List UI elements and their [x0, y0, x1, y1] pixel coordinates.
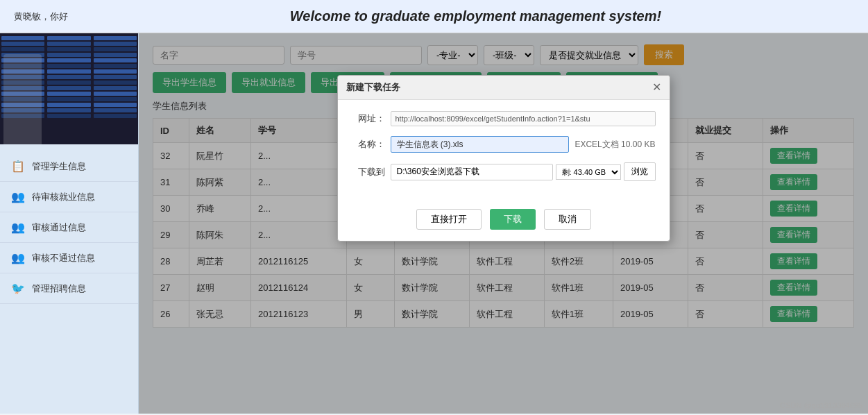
users-approved-icon: 👥	[11, 221, 25, 234]
sidebar-item-label: 待审核就业信息	[32, 191, 95, 203]
sidebar-item-label: 管理招聘信息	[32, 282, 86, 295]
sidebar-item-label: 审核通过信息	[32, 221, 86, 234]
sidebar-item-approved-employment[interactable]: 👥 审核通过信息	[0, 212, 138, 243]
modal-open-button[interactable]: 直接打开	[416, 209, 482, 230]
server-rack-image	[0, 33, 138, 144]
modal-footer: 直接打开 下载 取消	[338, 202, 670, 241]
sidebar-nav: 📋 管理学生信息 👥 待审核就业信息 👥 审核通过信息 👥 审核不通过信息 🐦 …	[0, 144, 138, 311]
modal-body: 网址： http://localhost:8099/excel/getStude…	[338, 100, 670, 202]
users-rejected-icon: 👥	[11, 251, 25, 264]
modal-path-input[interactable]	[391, 164, 553, 180]
clipboard-icon: 📋	[11, 160, 25, 173]
header-title: Welcome to graduate employment managemen…	[97, 8, 854, 24]
modal-cancel-button[interactable]: 取消	[544, 209, 591, 230]
modal-download-button[interactable]: 下载	[490, 209, 536, 230]
sidebar-item-rejected-employment[interactable]: 👥 审核不通过信息	[0, 243, 138, 273]
sidebar-item-pending-employment[interactable]: 👥 待审核就业信息	[0, 182, 138, 212]
users-icon: 👥	[11, 190, 25, 203]
modal-url-display: http://localhost:8099/excel/getStudentIn…	[391, 111, 656, 126]
modal-path-row: 下载到 剩: 43.40 GB 浏览	[352, 162, 656, 181]
bird-icon: 🐦	[11, 282, 25, 295]
sidebar-item-manage-students[interactable]: 📋 管理学生信息	[0, 151, 138, 182]
header-greeting: 黄晓敏，你好	[14, 10, 97, 23]
header: 黄晓敏，你好 Welcome to graduate employment ma…	[0, 0, 868, 33]
modal-browse-button[interactable]: 浏览	[624, 162, 656, 181]
sidebar-image	[0, 33, 138, 144]
modal-path-container: 剩: 43.40 GB 浏览	[391, 162, 656, 181]
modal-header: 新建下载任务 ✕	[338, 76, 670, 100]
sidebar-item-label: 管理学生信息	[32, 160, 86, 173]
modal-path-label: 下载到	[352, 166, 385, 178]
modal-name-row: 名称： EXCEL文档 10.00 KB	[352, 136, 656, 153]
sidebar-item-manage-recruitment[interactable]: 🐦 管理招聘信息	[0, 273, 138, 304]
download-dialog: 新建下载任务 ✕ 网址： http://localhost:8099/excel…	[337, 75, 670, 242]
modal-title: 新建下载任务	[346, 81, 400, 94]
modal-filesize: EXCEL文档 10.00 KB	[575, 139, 655, 151]
content-area: -专业- -班级- 是否提交就业信息 搜索 导出学生信息 导出就业信息 导出考研…	[139, 33, 868, 414]
modal-drive-select[interactable]: 剩: 43.40 GB	[556, 164, 621, 180]
modal-url-label: 网址：	[352, 112, 385, 125]
modal-overlay: 新建下载任务 ✕ 网址： http://localhost:8099/excel…	[139, 33, 868, 414]
sidebar: 📋 管理学生信息 👥 待审核就业信息 👥 审核通过信息 👥 审核不通过信息 🐦 …	[0, 33, 139, 414]
modal-close-button[interactable]: ✕	[652, 82, 661, 93]
watermark: CSDN @qq1913384695	[780, 401, 862, 409]
modal-name-label: 名称：	[352, 138, 385, 151]
modal-filename-input[interactable]	[391, 136, 570, 153]
main-container: 📋 管理学生信息 👥 待审核就业信息 👥 审核通过信息 👥 审核不通过信息 🐦 …	[0, 33, 868, 414]
sidebar-item-label: 审核不通过信息	[32, 252, 95, 264]
modal-url-row: 网址： http://localhost:8099/excel/getStude…	[352, 111, 656, 126]
